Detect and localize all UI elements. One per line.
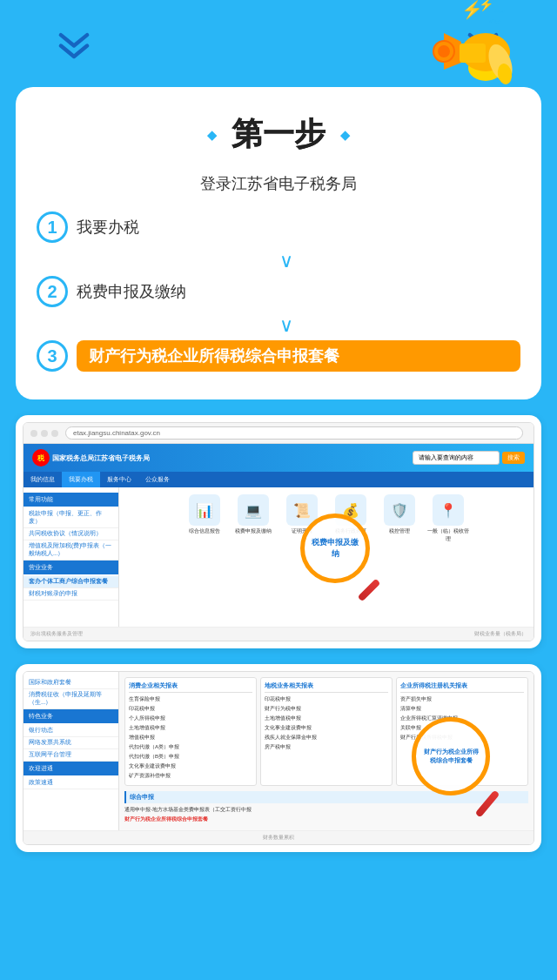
col1-link-8[interactable]: 文化事业建设费申报: [129, 762, 252, 770]
step-number-2: 2: [37, 276, 68, 307]
site-body-1: 常用功能 税款申报（申报、更正、作废） 共同税收协议（情况说明） 增值税及附加税…: [23, 487, 534, 627]
col2-link-2[interactable]: 财产行为税申报: [265, 705, 388, 713]
second-sidebar: 国际和政府套餐 消费税征收（申报及延期等（生...） 特色业务 银行动态 网络发…: [23, 672, 119, 830]
second-browser-window: 国际和政府套餐 消费税征收（申报及延期等（生...） 特色业务 银行动态 网络发…: [23, 671, 534, 845]
second-sidebar-link-1[interactable]: 国际和政府套餐: [23, 677, 118, 689]
icon-label-control: 税控管理: [389, 527, 410, 535]
step-item-2: 2 税费申报及缴纳: [37, 276, 520, 307]
icon-label-report: 综合信息报告: [189, 527, 220, 535]
sidebar-section-catering: 营业业务: [23, 560, 118, 574]
magnify-text-2: 财产行为税企业所得税综合申报套餐: [423, 748, 479, 765]
step-label-1: 我要办税: [77, 217, 139, 238]
icon-box-control: 🛡️: [384, 494, 415, 526]
svg-text:〜: 〜: [494, 6, 505, 18]
second-sidebar-link-2[interactable]: 消费税征收（申报及延期等（生...）: [23, 689, 118, 709]
site-sidebar-1: 常用功能 税款申报（申报、更正、作废） 共同税收协议（情况说明） 增值税及附加税…: [23, 487, 119, 627]
second-sidebar-section-special: 特色业务: [23, 709, 118, 723]
status-bar-1: 涉出境税务服务及管理 财税业务量（税务局）: [23, 627, 534, 641]
content-section-2: 地税业务相关报表 印花税申报 财产行为税申报 土地增值税申报 文化事业建设费申报…: [260, 677, 393, 786]
sidebar-link-3[interactable]: 增值税及附加税(费)申报表（一般纳税人...）: [23, 540, 118, 560]
col1-link-7[interactable]: 代扣代缴（B类）申报: [129, 753, 252, 761]
megaphone-icon: ⚡ ⚡ 〜 〜: [426, 0, 540, 87]
magnify-circle-1: 税费申报及缴纳: [300, 513, 370, 583]
nav-item-myinfo[interactable]: 我的信息: [23, 472, 62, 487]
site-search-button[interactable]: 搜索: [502, 452, 525, 464]
second-sidebar-link-5[interactable]: 互联网平台管理: [23, 749, 118, 762]
second-footer-text: 财务数量累积: [263, 835, 294, 840]
col1-link-1[interactable]: 生育保险申报: [129, 695, 252, 703]
second-status-bar: 财务数量累积: [23, 830, 534, 844]
magnify-handle-2: [475, 790, 500, 818]
icon-box-report: 📊: [189, 494, 220, 526]
screenshot-card-2: 国际和政府套餐 消费税征收（申报及延期等（生...） 特色业务 银行动态 网络发…: [16, 664, 541, 852]
nav-item-public[interactable]: 公众服务: [138, 472, 177, 487]
content-section-1: 消费企业相关报表 生育保险申报 印花税申报 个人所得税申报 土地增值税申报 增值…: [124, 677, 257, 786]
status-text-2: 财税业务量（税务局）: [474, 630, 527, 638]
step-number-1: 1: [37, 211, 68, 243]
sidebar-link-1[interactable]: 税款申报（申报、更正、作废）: [23, 508, 118, 528]
top-area: ⚡ ⚡ 〜 〜: [0, 0, 557, 87]
col1-link-6[interactable]: 代扣代缴（A类）申报: [129, 743, 252, 751]
browser-address-bar[interactable]: etax.jiangsu.chinatax.gov.cn: [65, 426, 523, 440]
status-text-1: 涉出境税务服务及管理: [30, 630, 83, 638]
step-instruction-card: 第一步 登录江苏省电子税务局 1 我要办税 ∨ 2 税费申报及缴纳 ∨ 3: [16, 87, 541, 399]
content-section-title-2: 地税业务相关报表: [265, 681, 388, 693]
svg-rect-6: [460, 44, 486, 63]
col1-link-4[interactable]: 土地增值税申报: [129, 724, 252, 732]
second-sidebar-link-6[interactable]: 政策速通: [23, 777, 118, 789]
col3-link-1[interactable]: 资产损失申报: [400, 695, 524, 703]
step-title: 第一步: [232, 113, 325, 156]
icon-label-general: 一般（临）税收管理: [426, 527, 470, 543]
browser-dot-2: [41, 430, 48, 437]
second-sidebar-link-3[interactable]: 银行动态: [23, 725, 118, 737]
sidebar-section-title: 常用功能: [23, 493, 118, 507]
col2-link-5[interactable]: 残疾人就业保障金申报: [265, 734, 388, 742]
col3-link-2[interactable]: 清算申报: [400, 705, 524, 713]
step-label-3-wrapper: 财产行为税企业所得税综合申报套餐: [77, 340, 520, 372]
second-main: 消费企业相关报表 生育保险申报 印花税申报 个人所得税申报 土地增值税申报 增值…: [119, 672, 534, 830]
content-section-title-3: 企业所得税注册机关报表: [400, 681, 524, 693]
col2-link-4[interactable]: 文化事业建设费申报: [265, 724, 388, 732]
site-main-1: 📊 综合信息报告 💻 税费申报及缴纳 📜 证明开具 💰: [119, 487, 534, 627]
browser-window-1: etax.jiangsu.chinatax.gov.cn 税 国家税务总局江苏省…: [23, 422, 534, 641]
chevron-left-icon: [52, 29, 96, 67]
site-name: 国家税务总局江苏省电子税务局: [52, 453, 150, 463]
col1-link-5[interactable]: 增值税申报: [129, 734, 252, 742]
site-nav: 我的信息 我要办税 服务中心 公众服务: [23, 472, 534, 487]
col2-link-3[interactable]: 土地增值税申报: [265, 715, 388, 722]
step-label-2: 税费申报及缴纳: [77, 281, 186, 302]
col1-link-3[interactable]: 个人所得税申报: [129, 715, 252, 722]
browser-header: etax.jiangsu.chinatax.gov.cn: [23, 423, 534, 444]
nav-item-handle[interactable]: 我要办税: [62, 472, 100, 487]
nav-item-service[interactable]: 服务中心: [100, 472, 138, 487]
step-item-1: 1 我要办税: [37, 211, 520, 243]
site-logo: 税 国家税务总局江苏省电子税务局: [32, 449, 150, 467]
col1-link-9[interactable]: 矿产资源补偿申报: [129, 772, 252, 780]
arrow-down-2: ∨: [52, 314, 520, 337]
icon-box-declare: 💻: [238, 494, 269, 526]
col2-link-6[interactable]: 房产税申报: [265, 743, 388, 751]
icon-label-declare: 税费申报及缴纳: [235, 527, 272, 535]
icon-item-declare[interactable]: 💻 税费申报及缴纳: [232, 494, 275, 543]
sidebar-link-2[interactable]: 共同税收协议（情况说明）: [23, 528, 118, 540]
page-wrapper: ⚡ ⚡ 〜 〜: [0, 0, 557, 894]
screenshot-card-1: etax.jiangsu.chinatax.gov.cn 税 国家税务总局江苏省…: [16, 415, 541, 648]
second-sidebar-link-4[interactable]: 网络发票共系统: [23, 737, 118, 749]
magnify-overlay-1: 税费申报及缴纳: [300, 513, 387, 601]
magnify-handle-1: [358, 579, 381, 602]
site-search-input[interactable]: 请输入要查询的内容: [413, 451, 500, 465]
col2-link-1[interactable]: 印花税申报: [265, 695, 388, 703]
browser-dot-3: [51, 430, 58, 437]
icon-item-report[interactable]: 📊 综合信息报告: [183, 494, 226, 543]
icon-item-general[interactable]: 📍 一般（临）税收管理: [426, 494, 470, 543]
magnify-text-1: 税费申报及缴纳: [308, 537, 362, 560]
svg-text:⚡: ⚡: [479, 0, 494, 12]
sidebar-link-5[interactable]: 财税对账录的申报: [23, 588, 118, 601]
col1-link-2[interactable]: 印花税申报: [129, 705, 252, 713]
step-title-area: 第一步: [37, 113, 520, 156]
step-subtitle: 登录江苏省电子税务局: [37, 173, 520, 194]
step-number-3: 3: [37, 340, 68, 372]
second-sidebar-section-speed: 欢迎进通: [23, 762, 118, 775]
sidebar-link-4[interactable]: 套办个体工商户综合申报套餐: [23, 576, 118, 588]
site-header: 税 国家税务总局江苏省电子税务局 请输入要查询的内容 搜索: [23, 444, 534, 472]
